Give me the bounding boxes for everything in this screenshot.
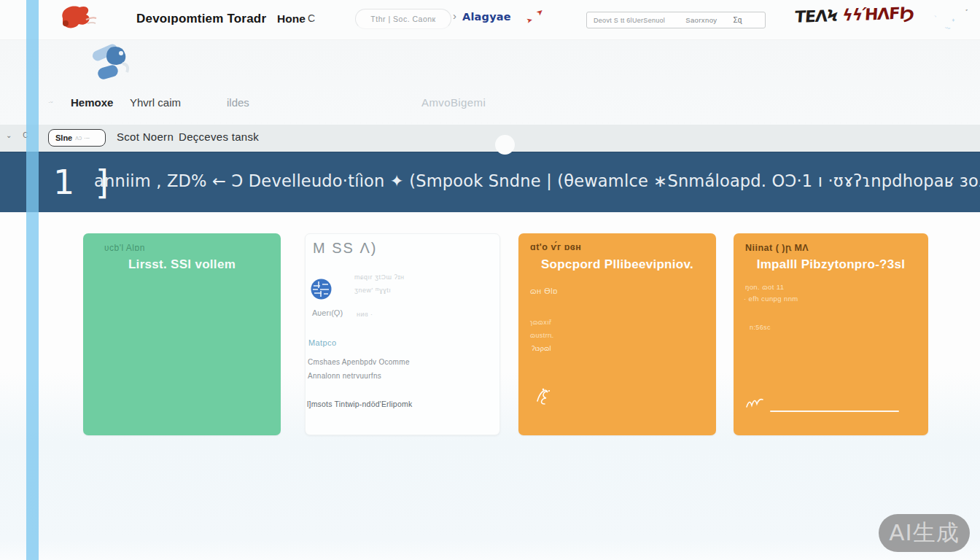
- card-white-meta-3: ниɞ ·: [357, 311, 373, 318]
- card-white-meta-1: mɕqır ʒtƆɯ ʔɪʜ: [354, 273, 405, 281]
- brand-title: Devoıpomtiem Toradr: [136, 12, 266, 26]
- card-orange2-title: Impalll Pibzytonpro-?3sl: [734, 257, 928, 272]
- card-orange2-line-1: ŋon. ɷot 11: [745, 283, 784, 291]
- card-green[interactable]: ʋcb'l Alɒn Lirsst. SSl vollem: [83, 233, 281, 435]
- card-orange1-label: ɑt'о ѵ́г ɒɞʜ: [530, 242, 581, 252]
- corner-decoration-marks: ﹅᠂ﾞᵕ˶: [930, 9, 974, 31]
- globe-icon: [311, 279, 332, 303]
- handwritten-scribble: ΤΕΛϞ ϟϟΉΛϜϦ: [794, 4, 914, 26]
- card-white-title: M SS Λ): [313, 240, 377, 257]
- card-white-footer-link[interactable]: l]msots Tintwip-ndöd'Erlipomk: [307, 400, 412, 408]
- banner-notch-circle: [495, 135, 515, 155]
- hero-banner: 1 ] anniim , ZD% ← Ɔ Develleudo·tíìon ✦ …: [0, 152, 980, 212]
- nav-home-badge: C: [308, 12, 315, 24]
- page: Devoıpomtiem Toradr Hone C Tthr | Soc. C…: [0, 0, 980, 560]
- subnav-item-0[interactable]: Hemoxe: [71, 96, 113, 109]
- red-arrow-icon: ➤: [526, 15, 534, 25]
- card-orange1-line-1: ɿɷɷxıř: [530, 319, 551, 326]
- subnav-item-2[interactable]: ildes: [227, 96, 249, 109]
- input-placeholder-left: Deovt S tt 6lUerSenuol: [594, 17, 665, 24]
- ai-watermark-text: AI生成: [889, 518, 959, 548]
- card-orange1-line-3: ʔɩ϶ρɷl: [532, 345, 551, 352]
- card-white[interactable]: M SS Λ) mɕqır ʒtƆɯ ʔɪʜ ʒnew' ᵐɣɣtı Aʋerı…: [305, 233, 500, 435]
- red-arrow-icon: ➤: [534, 7, 545, 18]
- input-trailing-icon: Σɋ: [734, 16, 742, 24]
- card-white-agent-label: Aʋerı(Ϙ): [312, 308, 343, 317]
- input-placeholder-mid: Saorxnoy: [685, 16, 717, 24]
- card-orange-1[interactable]: ɑt'о ѵ́г ɒɞʜ Sopcpord Pllibeevipniov. ɷʜ…: [518, 233, 716, 435]
- card-orange2-line-3: n:56sc: [750, 324, 771, 331]
- card-white-blue-link[interactable]: Matpco: [308, 338, 336, 347]
- card-white-meta-2: ʒnew' ᵐɣɣtı: [354, 287, 391, 294]
- card-orange1-subtitle: ɷʜ Ɵlɒ: [530, 287, 558, 295]
- subnav-item-1[interactable]: Yhvrl caim: [130, 96, 181, 109]
- subnav-item-3[interactable]: AmvoBigemi: [421, 96, 486, 109]
- filter-dropdown[interactable]: Slne ʌɔ ·–: [48, 129, 106, 147]
- nav-search-input[interactable]: Deovt S tt 6lUerSenuol Saorxnoy Σɋ: [586, 12, 766, 28]
- chevron-right-icon: ›: [453, 9, 456, 22]
- toolbar-row: ⌄ C Slne ʌɔ ·– Scot Noern Deçceves tansk: [0, 125, 980, 152]
- card-white-line-1: Cmshaes Apenbpdv Ocomme: [308, 358, 410, 366]
- sub-tick-mark: ·ᵕ: [48, 98, 52, 106]
- brand-logo-icon[interactable]: [57, 2, 99, 37]
- ai-watermark-badge: AI生成: [879, 514, 970, 552]
- signature-underline: [770, 411, 899, 412]
- sub-header: ·ᵕ Hemoxe Yhvrl caim ildes AmvoBigemi: [0, 40, 980, 125]
- banner-headline: anniim , ZD% ← Ɔ Develleudo·tíìon ✦ (Smp…: [94, 171, 823, 190]
- site-logo-icon[interactable]: [89, 37, 144, 87]
- card-orange1-line-2: ɷustrrɩ.: [530, 332, 554, 339]
- left-cyan-stripe: [26, 0, 39, 560]
- nav-search-hint: Tthr | Soc. Caonк: [370, 15, 435, 23]
- nav-search-box[interactable]: Tthr | Soc. Caonк: [355, 9, 451, 29]
- dropdown-value: Slne: [55, 133, 72, 142]
- top-navbar: Devoıpomtiem Toradr Hone C Tthr | Soc. C…: [0, 0, 980, 40]
- card-white-line-2: Annalonn netrvuurfns: [308, 372, 381, 380]
- card-green-title: Lirsst. SSl vollem: [83, 257, 281, 272]
- nav-item-home[interactable]: Hone: [277, 12, 306, 26]
- signature-scribble-icon: [534, 386, 559, 411]
- card-orange2-line-2: · efh cunpg nnm: [744, 295, 798, 303]
- card-green-label: ʋcb'l Alɒn: [104, 243, 145, 253]
- card-orange2-label: Niinat ( )ꞃ MΛ: [745, 242, 809, 253]
- dropdown-hint: ʌɔ ·–: [75, 134, 90, 141]
- nav-accent-link[interactable]: Alagyae: [462, 11, 511, 23]
- card-orange-2[interactable]: Niinat ( )ꞃ MΛ Impalll Pibzytonpro-?3sl …: [734, 233, 928, 435]
- toolbar-item-2[interactable]: Deçceves tansk: [179, 131, 259, 143]
- content-area: ʋcb'l Alɒn Lirsst. SSl vollem M SS Λ) mɕ…: [0, 212, 980, 560]
- toolbar-item-1[interactable]: Scot Noern: [117, 131, 174, 143]
- card-orange1-title: Sopcpord Pllibeevipniov.: [518, 257, 716, 272]
- signature-scribble-icon: [744, 394, 770, 416]
